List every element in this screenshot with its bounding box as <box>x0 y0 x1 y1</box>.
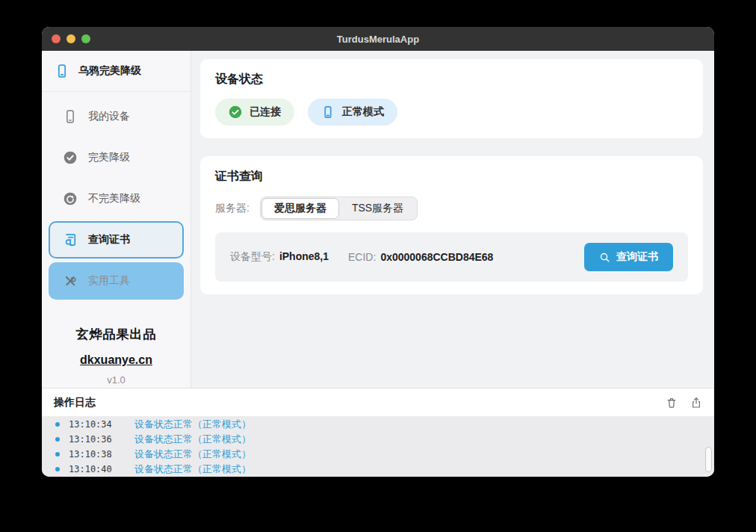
app-phone-icon <box>55 64 69 78</box>
log-entry: 13:10:38 设备状态正常（正常模式） <box>42 447 714 462</box>
sidebar-header: 乌鸦完美降级 <box>42 51 190 92</box>
log-dot-icon <box>55 437 60 442</box>
sidebar-item-label: 实用工具 <box>88 274 130 288</box>
log-time: 13:10:38 <box>69 449 134 460</box>
log-time: 13:10:34 <box>69 419 134 430</box>
segment-tss-server[interactable]: TSS服务器 <box>339 198 416 219</box>
sidebar-item-imperfect-downgrade[interactable]: 不完美降级 <box>49 180 184 217</box>
log-time: 13:10:36 <box>69 434 134 445</box>
tools-icon <box>63 273 78 288</box>
query-certificate-button-label: 查询证书 <box>616 250 658 264</box>
log-dot-icon <box>55 452 60 457</box>
mode-badge-label: 正常模式 <box>342 105 384 119</box>
mode-status-badge: 正常模式 <box>308 99 397 126</box>
cert-query-title: 证书查询 <box>215 169 688 185</box>
title-bar: TurdusMerulaApp <box>42 27 714 51</box>
log-list: 13:10:34 设备状态正常（正常模式） 13:10:36 设备状态正常（正常… <box>42 416 714 477</box>
main-content: 设备状态 已连接 正常模式 <box>191 51 714 388</box>
history-circle-icon <box>63 191 78 206</box>
check-circle-icon <box>63 150 78 165</box>
log-message: 设备状态正常（正常模式） <box>134 448 251 461</box>
sidebar: 乌鸦完美降级 我的设备 完美降级 <box>42 51 191 388</box>
export-share-icon[interactable] <box>690 397 702 409</box>
log-entry: 13:10:34 设备状态正常（正常模式） <box>42 417 714 432</box>
app-title: 乌鸦完美降级 <box>78 64 141 78</box>
ecid-label: ECID: <box>348 251 376 263</box>
phone-icon <box>63 109 78 124</box>
search-icon <box>599 252 610 263</box>
cert-query-card: 证书查询 服务器: 爱思服务器 TSS服务器 设备型号: iPhone8,1 E… <box>200 156 703 294</box>
device-info-box: 设备型号: iPhone8,1 ECID: 0x0000068CCBD84E68… <box>215 232 688 282</box>
sidebar-item-my-devices[interactable]: 我的设备 <box>49 98 184 135</box>
log-dot-icon <box>55 422 60 427</box>
server-label: 服务器: <box>215 202 250 215</box>
ecid-value: 0x0000068CCBD84E68 <box>380 251 493 263</box>
device-status-title: 设备状态 <box>215 72 688 87</box>
segment-aisi-server[interactable]: 爱思服务器 <box>261 198 339 219</box>
sidebar-item-label: 不完美降级 <box>88 192 140 205</box>
log-entry: 13:10:40 设备状态正常（正常模式） <box>42 462 714 477</box>
log-title: 操作日志 <box>54 396 96 409</box>
log-scrollbar-thumb[interactable] <box>705 447 712 472</box>
device-model-label: 设备型号: <box>230 250 275 264</box>
version-text: v1.0 <box>42 374 190 386</box>
sidebar-item-label: 查询证书 <box>88 233 130 247</box>
operation-log-panel: 操作日志 13:10:34 设备状态正常（正常模式） 13:10:36 <box>42 388 714 477</box>
sidebar-item-label: 我的设备 <box>88 110 130 123</box>
phone-icon <box>321 105 335 119</box>
check-circle-icon <box>229 105 242 119</box>
log-message: 设备状态正常（正常模式） <box>134 418 251 431</box>
sidebar-item-utilities[interactable]: 实用工具 <box>49 262 184 300</box>
sidebar-item-query-certificate[interactable]: 查询证书 <box>49 221 184 259</box>
brand-text: 玄烨品果出品 <box>42 326 190 343</box>
app-window: TurdusMerulaApp 乌鸦完美降级 我的设备 <box>42 27 714 477</box>
log-message: 设备状态正常（正常模式） <box>134 463 251 476</box>
website-link[interactable]: dkxuanye.cn <box>80 353 152 367</box>
server-segmented-control: 爱思服务器 TSS服务器 <box>260 197 418 220</box>
connected-badge-label: 已连接 <box>250 105 281 119</box>
device-model-value: iPhone8,1 <box>279 250 329 262</box>
trash-icon[interactable] <box>666 397 678 409</box>
query-certificate-button[interactable]: 查询证书 <box>584 243 673 271</box>
sidebar-nav: 我的设备 完美降级 不完美降级 <box>42 92 190 303</box>
log-time: 13:10:40 <box>69 464 134 474</box>
log-header: 操作日志 <box>42 389 714 416</box>
sidebar-item-label: 完美降级 <box>88 151 130 164</box>
log-message: 设备状态正常（正常模式） <box>134 433 251 446</box>
log-dot-icon <box>55 467 60 471</box>
device-status-card: 设备状态 已连接 正常模式 <box>200 59 703 138</box>
window-title: TurdusMerulaApp <box>42 34 714 45</box>
doc-search-icon <box>63 232 78 247</box>
connected-status-badge: 已连接 <box>215 99 294 126</box>
log-entry: 13:10:36 设备状态正常（正常模式） <box>42 432 714 447</box>
sidebar-footer: 玄烨品果出品 dkxuanye.cn v1.0 <box>42 326 190 386</box>
sidebar-item-perfect-downgrade[interactable]: 完美降级 <box>49 139 184 176</box>
